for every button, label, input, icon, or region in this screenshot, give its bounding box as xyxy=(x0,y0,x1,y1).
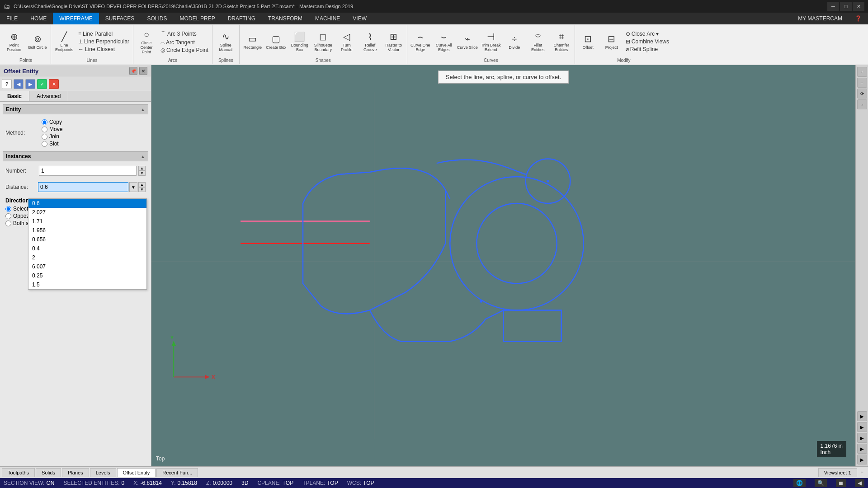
tab-recent-fun[interactable]: Recent Fun... xyxy=(156,468,198,477)
silhouette-boundary-button[interactable]: ◻ Silhouette Boundary xyxy=(312,28,335,55)
panel-close-button[interactable]: ✕ xyxy=(139,67,147,75)
right-btn-7[interactable]: ▶ xyxy=(857,433,867,443)
menu-drafting[interactable]: DRAFTING xyxy=(222,13,262,24)
dropdown-item-8[interactable]: 0.25 xyxy=(28,271,146,280)
menu-transform[interactable]: TRANSFORM xyxy=(262,13,309,24)
entity-section-header[interactable]: Entity ▲ xyxy=(3,104,148,114)
chamfer-entities-button[interactable]: ⌗ Chamfer Entities xyxy=(550,28,573,55)
method-move-radio[interactable] xyxy=(42,127,47,132)
status-settings-button[interactable]: 🌐 xyxy=(793,479,806,487)
method-move-option[interactable]: Move xyxy=(42,126,62,132)
direction-both-radio[interactable] xyxy=(5,221,11,226)
menu-solids[interactable]: SOLIDS xyxy=(141,13,173,24)
number-down-button[interactable]: ▼ xyxy=(138,171,146,176)
menu-wireframe[interactable]: WIREFRAME xyxy=(53,13,99,24)
distance-down-button[interactable]: ▼ xyxy=(138,187,146,192)
spline-manual-button[interactable]: ∿ Spline Manual xyxy=(214,28,237,55)
direction-opposite-radio[interactable] xyxy=(5,213,11,219)
fillet-entities-button[interactable]: ⌔ Fillet Entities xyxy=(527,28,549,55)
number-input[interactable] xyxy=(39,166,137,176)
close-button[interactable]: ✕ xyxy=(853,2,864,11)
panel-ok-button[interactable]: ✓ xyxy=(37,79,47,89)
direction-selected-radio[interactable] xyxy=(5,206,11,212)
right-btn-8[interactable]: ▶ xyxy=(857,444,867,454)
method-slot-option[interactable]: Slot xyxy=(42,141,62,147)
dropdown-item-4[interactable]: 0.656 xyxy=(28,235,146,244)
canvas-area[interactable]: Select the line, arc, spline, or curve t… xyxy=(151,65,855,466)
right-btn-4[interactable]: ↔ xyxy=(857,99,867,109)
menu-file[interactable]: FILE xyxy=(0,13,24,24)
tab-toolpaths[interactable]: Toolpaths xyxy=(2,468,35,477)
panel-pin-button[interactable]: 📌 xyxy=(129,67,137,75)
arc-tangent-button[interactable]: ⌓ Arc Tangent xyxy=(159,39,210,46)
method-copy-radio[interactable] xyxy=(42,119,47,125)
rectangle-button[interactable]: ▭ Rectangle xyxy=(241,28,264,55)
close-arc-button[interactable]: ⊙ Close Arc ▾ xyxy=(624,30,671,38)
panel-nav-prev-button[interactable]: ◀ xyxy=(14,79,24,89)
menu-home[interactable]: HOME xyxy=(24,13,53,24)
refit-spline-button[interactable]: ⌀ Refit Spline xyxy=(624,46,671,53)
method-join-radio[interactable] xyxy=(42,134,47,140)
maximize-button[interactable]: □ xyxy=(840,2,852,11)
status-expand-button[interactable]: ◀ xyxy=(855,479,864,487)
help-icon[interactable]: ❓ xyxy=(849,13,868,24)
offset-button[interactable]: ⊡ Offset xyxy=(577,28,599,55)
bounding-box-button[interactable]: ⬜ Bounding Box xyxy=(288,28,311,55)
dropdown-item-3[interactable]: 1.956 xyxy=(28,226,146,235)
project-button[interactable]: ⊟ Project xyxy=(600,28,623,55)
distance-input[interactable] xyxy=(38,182,128,192)
line-parallel-button[interactable]: ≡ Line Parallel xyxy=(76,30,131,38)
tab-offset-entity[interactable]: Offset Entity xyxy=(117,468,156,477)
raster-vector-button[interactable]: ⊞ Raster to Vector xyxy=(382,28,405,55)
my-mastercam[interactable]: MY MASTERCAM xyxy=(792,13,849,24)
status-zoom-button[interactable]: 🔍 xyxy=(815,479,827,487)
tab-advanced[interactable]: Advanced xyxy=(29,91,68,101)
instances-section-header[interactable]: Instances ▲ xyxy=(3,151,148,161)
turn-profile-button[interactable]: ◁ Turn Profile xyxy=(335,28,358,55)
curve-one-edge-button[interactable]: ⌢ Curve One Edge xyxy=(409,28,432,55)
method-copy-option[interactable]: Copy xyxy=(42,119,62,125)
right-btn-3[interactable]: ⟳ xyxy=(857,89,867,99)
divide-button[interactable]: ÷ Divide xyxy=(503,28,526,55)
panel-cancel-button[interactable]: ✕ xyxy=(49,79,59,89)
right-btn-2[interactable]: − xyxy=(857,78,867,88)
dropdown-item-7[interactable]: 6.007 xyxy=(28,262,146,271)
panel-nav-next-button[interactable]: ▶ xyxy=(25,79,35,89)
method-slot-radio[interactable] xyxy=(42,141,47,147)
create-box-button[interactable]: ▢ Create Box xyxy=(265,28,288,55)
panel-help-button[interactable]: ? xyxy=(2,79,12,89)
menu-machine[interactable]: MACHINE xyxy=(309,13,346,24)
right-btn-6[interactable]: ▶ xyxy=(857,422,867,432)
line-perpendicular-button[interactable]: ⊥ Line Perpendicular xyxy=(76,38,131,45)
status-view-button[interactable]: ◼ xyxy=(836,479,846,487)
curve-slice-button[interactable]: ⌁ Curve Slice xyxy=(456,28,479,55)
line-endpoints-button[interactable]: ╱ Line Endpoints xyxy=(53,28,75,55)
right-btn-9[interactable]: ▶ xyxy=(857,455,867,465)
right-btn-5[interactable]: ▶ xyxy=(857,411,867,421)
dropdown-item-5[interactable]: 0.4 xyxy=(28,244,146,253)
dropdown-item-2[interactable]: 1.71 xyxy=(28,217,146,226)
menu-surfaces[interactable]: SURFACES xyxy=(99,13,141,24)
dropdown-item-0[interactable]: 0.6 xyxy=(28,199,146,208)
curve-all-edges-button[interactable]: ⌣ Curve All Edges xyxy=(433,28,455,55)
tab-planes[interactable]: Planes xyxy=(62,468,89,477)
minimize-button[interactable]: ─ xyxy=(827,2,839,11)
number-up-button[interactable]: ▲ xyxy=(138,166,146,171)
right-btn-1[interactable]: + xyxy=(857,67,867,77)
menu-view[interactable]: VIEW xyxy=(346,13,373,24)
arc-3-points-button[interactable]: ⌒ Arc 3 Points xyxy=(159,30,210,38)
bolt-circle-button[interactable]: ⊚ Bolt Circle xyxy=(26,28,49,55)
point-position-button[interactable]: ⊕ Point Position xyxy=(3,28,25,55)
method-join-option[interactable]: Join xyxy=(42,133,62,140)
circle-edge-point-button[interactable]: ◎ Circle Edge Point xyxy=(159,47,210,54)
combine-views-button[interactable]: ⊞ Combine Views xyxy=(624,38,671,45)
viewsheet-tab[interactable]: Viewsheet 1 xyxy=(818,468,857,477)
dropdown-item-6[interactable]: 2 xyxy=(28,253,146,262)
dropdown-item-9[interactable]: 1.5 xyxy=(28,280,146,289)
tab-solids[interactable]: Solids xyxy=(36,468,61,477)
distance-up-button[interactable]: ▲ xyxy=(138,182,146,187)
menu-model-prep[interactable]: MODEL PREP xyxy=(173,13,221,24)
relief-groove-button[interactable]: ⌇ Relief Groove xyxy=(359,28,382,55)
tab-levels[interactable]: Levels xyxy=(90,468,116,477)
circle-center-point-button[interactable]: ○ Circle Center Point xyxy=(135,28,158,55)
